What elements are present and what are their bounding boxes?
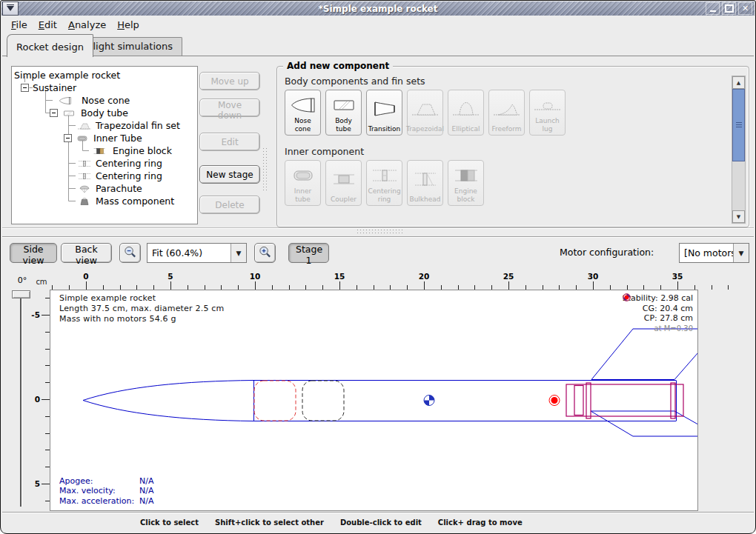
magnifier-minus-icon <box>123 245 137 259</box>
flight-data-label: Max. acceleration: <box>59 496 139 507</box>
fin-top <box>591 329 697 380</box>
collapse-toggle-icon[interactable] <box>21 84 29 92</box>
tree-item-body-tube[interactable]: Body tube <box>12 107 197 119</box>
menu-edit[interactable]: Edit <box>34 18 64 33</box>
component-tree-panel[interactable]: Simple example rocketSustainerNose coneB… <box>11 66 198 224</box>
collapse-toggle-icon[interactable] <box>50 109 58 117</box>
motor-configuration-combobox[interactable]: [No motors] ▼ <box>679 243 749 263</box>
tree-item-parachute[interactable]: Parachute <box>12 182 197 195</box>
collapse-toggle-icon[interactable] <box>64 134 72 142</box>
ruler-tick <box>42 399 50 400</box>
bodytube-icon <box>329 93 359 117</box>
mass-icon <box>77 196 92 207</box>
tree-item-centering-ring[interactable]: Centering ring <box>12 157 197 170</box>
rocket-canvas[interactable]: Simple example rocketLength 37.5 cm, max… <box>50 290 698 511</box>
nosecone-icon <box>53 96 78 106</box>
tree-item-label: Body tube <box>80 107 128 119</box>
scrollbar-up-button[interactable]: ▲ <box>732 76 745 89</box>
rocket-info-text: Simple example rocketLength 37.5 cm, max… <box>59 293 224 324</box>
add-bodytube-button[interactable]: Body tube <box>325 90 362 136</box>
flight-data-label: Apogee: <box>59 476 139 487</box>
zoom-out-button[interactable] <box>119 243 141 263</box>
add-freeform-button[interactable]: Freeform <box>488 90 525 136</box>
add-launchlug-button[interactable]: Launch lug <box>529 90 566 136</box>
ruler-tick <box>42 315 50 316</box>
tree-item-centering-ring[interactable]: Centering ring <box>12 170 197 182</box>
rotation-slider-track[interactable] <box>20 298 21 507</box>
tree-item-sustainer[interactable]: Sustainer <box>12 81 197 94</box>
mass-component-outline <box>302 381 344 421</box>
side-view-button[interactable]: Side view <box>10 243 57 263</box>
tree-item-label: Trapezoidal fin set <box>95 120 180 131</box>
rocket-view-panel: Side view Back view Fit (60.4%) ▼ <box>2 236 754 513</box>
edit-button[interactable]: Edit <box>199 133 260 151</box>
tree-item-label: Mass component <box>95 196 174 207</box>
centering-ring-fore <box>586 383 591 418</box>
magnifier-plus-icon <box>258 245 272 259</box>
split-divider-horizontal[interactable] <box>357 229 402 234</box>
add-engineblock-button[interactable]: Engine block <box>448 160 484 206</box>
tab-flight-simulations[interactable]: Flight simulations <box>78 37 182 56</box>
info-line: Simple example rocket <box>59 293 224 304</box>
component-button-label: Body tube <box>327 117 360 133</box>
add-trapezoidal-button[interactable]: Trapezoidal <box>407 90 443 136</box>
tree-item-mass-component[interactable]: Mass component <box>12 195 197 207</box>
component-scrollbar[interactable]: ▲ ▼ <box>732 76 746 224</box>
add-coupler-button[interactable]: Coupler <box>325 160 362 206</box>
ruler-label: 5 <box>25 479 40 488</box>
menu-analyze[interactable]: Analyze <box>64 18 113 33</box>
add-elliptical-button[interactable]: Elliptical <box>448 90 484 136</box>
maximize-icon <box>725 4 734 13</box>
add-transition-button[interactable]: Transition <box>366 90 402 136</box>
scrollbar-down-button[interactable]: ▼ <box>732 210 745 223</box>
tree-item-label: Sustainer <box>32 82 76 93</box>
window-menu-button[interactable] <box>2 1 19 16</box>
move-up-button[interactable]: Move up <box>199 72 260 90</box>
tree-item-nose-cone[interactable]: Nose cone <box>12 94 197 107</box>
move-down-button[interactable]: Move down <box>199 99 260 117</box>
dropdown-arrow-icon[interactable]: ▼ <box>733 244 749 262</box>
new-stage-button[interactable]: New stage <box>199 165 260 184</box>
rotation-slider-handle[interactable] <box>12 290 30 298</box>
tree-item-trapezoidal-fin-set[interactable]: Trapezoidal fin set <box>12 119 197 132</box>
ruler-label: 0 <box>75 272 97 281</box>
coupler-icon <box>329 163 359 196</box>
menu-file[interactable]: File <box>7 18 34 33</box>
status-hint: Shift+click to select other <box>215 518 324 527</box>
scrollbar-thumb[interactable] <box>732 89 745 161</box>
motor-configuration-value: [No motors] <box>680 247 733 258</box>
close-button[interactable]: ✕ <box>738 2 752 15</box>
back-view-button[interactable]: Back view <box>61 243 112 263</box>
title-bar[interactable]: *Simple example rocket ✕ <box>1 1 755 16</box>
add-nosecone-button[interactable]: Nose cone <box>285 90 321 136</box>
tree-item-engine-block[interactable]: Engine block <box>12 144 197 157</box>
tab-panel-border <box>2 56 754 56</box>
add-bulkhead-button[interactable]: Bulkhead <box>407 160 443 206</box>
stage-1-toggle-button[interactable]: Stage 1 <box>288 243 329 263</box>
zoom-in-button[interactable] <box>254 243 276 263</box>
split-divider-vertical[interactable] <box>262 147 268 190</box>
minimize-button[interactable] <box>706 2 720 15</box>
ruler-label: 5 <box>159 272 182 281</box>
flight-data-row: Apogee:N/A <box>59 476 153 487</box>
tree-item-inner-tube[interactable]: Inner Tube <box>12 132 197 144</box>
motor-configuration-label: Motor configuration: <box>560 247 654 258</box>
launchlug-icon <box>533 93 563 117</box>
dropdown-arrow-icon[interactable]: ▼ <box>231 244 246 262</box>
stability-value: Stability: 2.98 cal <box>623 293 693 304</box>
add-innertube-button[interactable]: Inner tube <box>285 160 321 206</box>
minimize-icon <box>710 10 716 12</box>
maximize-button[interactable] <box>722 2 736 15</box>
ruler-label: -5 <box>25 310 40 319</box>
ruler-tick <box>712 285 712 290</box>
centeringring-icon <box>77 158 92 169</box>
tree-item-simple-example-rocket[interactable]: Simple example rocket <box>12 69 197 81</box>
zoom-level-combobox[interactable]: Fit (60.4%) ▼ <box>147 243 247 263</box>
add-centeringring-button[interactable]: Centering ring <box>366 160 402 206</box>
menu-help[interactable]: Help <box>113 18 146 33</box>
tab-rocket-design[interactable]: Rocket design <box>7 34 93 57</box>
window-title: *Simple example rocket <box>1 4 755 14</box>
tree-item-label: Engine block <box>112 145 172 156</box>
delete-button[interactable]: Delete <box>199 196 260 214</box>
component-button-label: Nose cone <box>286 117 319 133</box>
